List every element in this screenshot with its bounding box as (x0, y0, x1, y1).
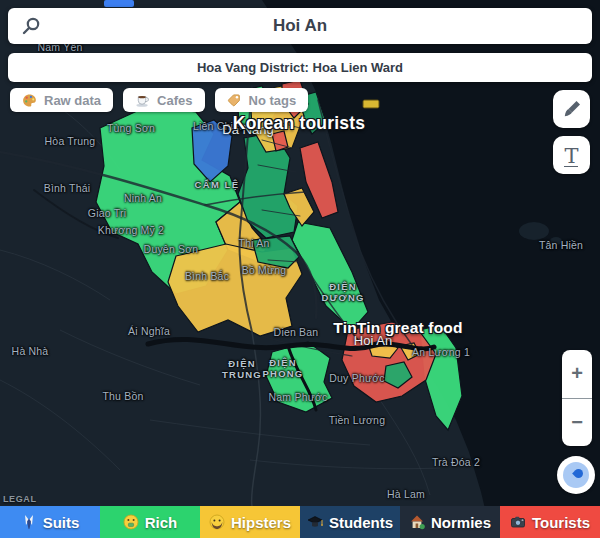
map-app: Nam Yên Tùng Sơn Liên Chiểu Hòa Trung Bì… (0, 0, 600, 538)
legend-label: Rich (145, 514, 178, 531)
chip-label: Cafes (157, 93, 192, 108)
legend-label: Students (329, 514, 393, 531)
island (550, 237, 562, 245)
legend-normies[interactable]: Normies (400, 506, 500, 538)
island (519, 222, 549, 240)
attribution-link[interactable]: LEGAL (3, 494, 37, 504)
search-input[interactable] (8, 8, 592, 44)
brush-icon (561, 98, 583, 120)
search-bar (8, 8, 592, 44)
zoom-out-button[interactable]: − (562, 399, 592, 447)
chip-label: Raw data (44, 93, 101, 108)
legend-bar: Suits Rich Hipsters Students (0, 506, 600, 538)
raw-data-chip[interactable]: Raw data (10, 88, 113, 112)
legend-label: Normies (431, 514, 491, 531)
palette-icon (22, 93, 37, 108)
legend-suits[interactable]: Suits (0, 506, 100, 538)
magnifier-icon (20, 15, 42, 37)
house-icon (409, 514, 425, 530)
necktie-icon (21, 514, 37, 530)
legend-students[interactable]: Students (300, 506, 400, 538)
money-face-icon (123, 514, 139, 530)
location-bar[interactable]: Hoa Vang District: Hoa Lien Ward (8, 53, 592, 82)
legend-label: Suits (43, 514, 80, 531)
legend-rich[interactable]: Rich (100, 506, 200, 538)
zoom-in-button[interactable]: + (562, 350, 592, 398)
locate-button[interactable] (557, 456, 595, 494)
road-shield-icon (104, 0, 134, 7)
compass-icon (563, 462, 589, 488)
brush-tool-button[interactable] (553, 90, 590, 128)
filter-chips: Raw data Cafes No tags (10, 88, 308, 112)
tag-icon (227, 93, 242, 108)
camera-icon (510, 514, 526, 530)
coffee-icon (135, 93, 150, 108)
road-shield-icon (363, 100, 379, 108)
zoom-control: + − (562, 350, 592, 446)
cafes-chip[interactable]: Cafes (123, 88, 204, 112)
legend-label: Hipsters (231, 514, 291, 531)
legend-hipsters[interactable]: Hipsters (200, 506, 300, 538)
chip-label: No tags (249, 93, 297, 108)
no-tags-chip[interactable]: No tags (215, 88, 309, 112)
graduation-cap-icon (307, 514, 323, 530)
legend-label: Tourists (532, 514, 590, 531)
text-tool-icon: T (564, 144, 578, 167)
beard-face-icon (209, 514, 225, 530)
legend-tourists[interactable]: Tourists (500, 506, 600, 538)
text-tool-button[interactable]: T (553, 136, 590, 174)
